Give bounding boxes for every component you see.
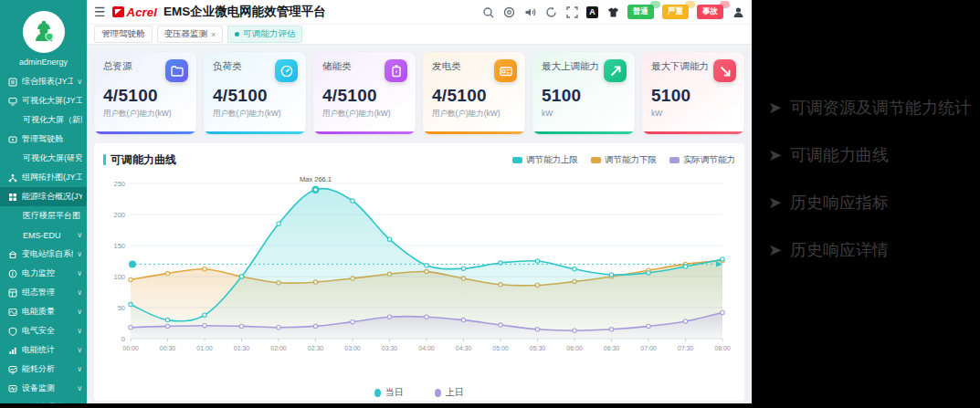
search-icon[interactable] <box>481 5 494 18</box>
tab-close-icon[interactable]: × <box>211 30 216 39</box>
svg-text:04:30: 04:30 <box>456 345 472 351</box>
stat-card-1: 负荷类4/5100用户数(户)能力(kW) <box>204 52 306 134</box>
legend-item-1[interactable]: 调节能力下限 <box>591 154 657 166</box>
tab-0[interactable]: 管理驾驶舱 <box>94 26 153 43</box>
stat-card-5: 最大下调能力5100kW <box>642 52 744 134</box>
sidebar-item-5[interactable]: 组网拓扑图(JY工厂) <box>0 168 87 187</box>
line-chart-svg: 05010015020025000:0000:3001:0001:3002:00… <box>103 169 732 381</box>
svg-text:02:30: 02:30 <box>308 345 324 351</box>
header-actions: A普通严重事故 <box>481 5 744 19</box>
fullscreen-icon[interactable] <box>565 5 578 18</box>
legend-label: 实际调节能力 <box>683 154 735 166</box>
quality-icon <box>8 308 18 317</box>
sidebar-item-12[interactable]: 电能质量∨ <box>0 302 87 321</box>
screen-icon <box>8 97 18 106</box>
annotation-item-3[interactable]: ➤历史响应详情 <box>768 230 971 272</box>
avatar[interactable] <box>23 11 65 53</box>
sidebar: adminEnergy 综合报表(JY工厂)∨可视化大屏(JY工厂)可视化大屏（… <box>0 0 87 408</box>
sidebar-item-label: 设备监测 <box>22 382 73 394</box>
stat-card-unit: kW <box>542 109 626 118</box>
annotation-item-2[interactable]: ➤历史响应指标 <box>768 183 971 225</box>
day-legend-item-1[interactable]: 上日 <box>435 386 464 399</box>
help-icon[interactable] <box>502 5 515 18</box>
day-legend-dot <box>374 389 381 397</box>
sidebar-username: adminEnergy <box>19 58 68 67</box>
device-icon <box>8 384 18 393</box>
main-column: ☰ Acrel EMS企业微电网能效管理平台 A普通严重事故 管理驾驶舱变压器监… <box>87 0 752 408</box>
svg-text:07:30: 07:30 <box>678 345 694 351</box>
sidebar-item-14[interactable]: 电能统计∨ <box>0 340 87 360</box>
sidebar-item-13[interactable]: 电气安全∨ <box>0 321 87 340</box>
stat-card-accent-bar <box>94 131 196 134</box>
svg-text:03:30: 03:30 <box>382 345 398 351</box>
bottom-black-strip <box>0 403 980 408</box>
sidebar-item-2[interactable]: 可视化大屏（新版） <box>0 110 87 130</box>
sidebar-item-9[interactable]: 变电站综自系统∨ <box>0 245 87 264</box>
svg-text:01:00: 01:00 <box>196 345 213 351</box>
chevron-down-icon: ∨ <box>77 327 82 335</box>
annotation-item-0[interactable]: ➤可调资源及调节能力统计 <box>768 88 971 130</box>
arrow-bullet-icon: ➤ <box>768 135 782 177</box>
stat-card-accent-bar <box>313 131 416 134</box>
tab-1[interactable]: 变压器监测× <box>157 26 224 43</box>
hamburger-menu-icon[interactable]: ☰ <box>94 5 106 18</box>
refresh-icon[interactable] <box>544 5 557 18</box>
sidebar-item-0[interactable]: 综合报表(JY工厂)∨ <box>0 72 87 91</box>
sidebar-item-label: 电能统计 <box>22 344 73 356</box>
sidebar-item-1[interactable]: 可视化大屏(JY工厂) <box>0 91 87 110</box>
sidebar-item-8[interactable]: EMS-EDU∨ <box>0 225 87 245</box>
app-root: adminEnergy 综合报表(JY工厂)∨可视化大屏(JY工厂)可视化大屏（… <box>0 0 980 408</box>
line-chart: 05010015020025000:0000:3001:0001:3002:00… <box>103 169 735 384</box>
svg-text:50: 50 <box>118 304 125 312</box>
svg-text:250: 250 <box>113 180 125 188</box>
svg-text:04:00: 04:00 <box>418 345 435 351</box>
user-avatar-icon[interactable] <box>732 5 744 18</box>
volume-icon[interactable] <box>523 5 536 18</box>
theme-icon[interactable] <box>606 5 619 18</box>
chevron-down-icon: ∨ <box>77 346 82 354</box>
legend-item-2[interactable]: 实际调节能力 <box>669 154 735 166</box>
legend-swatch <box>669 157 680 163</box>
sidebar-item-15[interactable]: 能耗分析∨ <box>0 360 87 379</box>
translate-icon[interactable]: A <box>586 6 598 18</box>
sidebar-item-7[interactable]: 医疗楼层平台图 <box>0 206 87 225</box>
stat-card-value: 4/5100 <box>213 86 297 106</box>
chevron-down-icon: ∨ <box>77 269 82 277</box>
stat-card-unit: 用户数(户)能力(kW) <box>213 109 297 120</box>
sidebar-item-10[interactable]: 电力监控∨ <box>0 264 87 283</box>
legend-item-0[interactable]: 调节能力上限 <box>512 154 578 166</box>
alarm-count-bubble <box>685 1 695 8</box>
chart-header: 可调能力曲线 调节能力上限调节能力下限实际调节能力 <box>103 151 735 169</box>
sidebar-item-16[interactable]: 设备监测∨ <box>0 379 87 398</box>
day-legend-label: 上日 <box>446 386 464 399</box>
svg-text:02:00: 02:00 <box>270 345 287 351</box>
sidebar-item-label: 电力监控 <box>22 267 73 279</box>
legend-swatch <box>512 157 522 163</box>
top-header: ☰ Acrel EMS企业微电网能效管理平台 A普通严重事故 <box>87 0 752 25</box>
alarm-badge-1[interactable]: 严重 <box>662 5 689 19</box>
alarm-badge-0[interactable]: 普通 <box>627 5 654 19</box>
sidebar-item-11[interactable]: 组态管理∨ <box>0 283 87 302</box>
svg-text:00:30: 00:30 <box>160 345 176 351</box>
worker-avatar-icon <box>30 18 58 46</box>
day-legend-item-0[interactable]: 当日 <box>374 386 404 399</box>
analysis-icon <box>8 365 18 374</box>
folder-icon <box>165 59 188 82</box>
sidebar-item-label: 组态管理 <box>22 287 73 298</box>
stat-card-accent-bar <box>204 131 306 134</box>
tab-2[interactable]: 可调能力评估 <box>227 26 302 43</box>
dashboard-icon <box>8 135 18 144</box>
gauge-icon <box>275 59 298 82</box>
sidebar-item-3[interactable]: 管理驾驶舱 <box>0 130 87 149</box>
sidebar-item-label: 医疗楼层平台图 <box>23 210 82 222</box>
annotation-label: 可调资源及调节能力统计 <box>790 99 971 117</box>
svg-text:05:30: 05:30 <box>530 345 546 351</box>
tab-label: 管理驾驶舱 <box>101 28 145 40</box>
chevron-down-icon: ∨ <box>77 384 82 392</box>
alarm-badge-2[interactable]: 事故 <box>697 5 723 19</box>
annotation-item-1[interactable]: ➤可调能力曲线 <box>768 135 971 177</box>
sidebar-item-4[interactable]: 可视化大屏(研究院) <box>0 149 87 168</box>
sidebar-item-6[interactable]: 能源综合概况(JY工厂) <box>0 187 87 206</box>
stat-card-unit: 用户数(户)能力(kW) <box>432 109 516 120</box>
svg-text:03:00: 03:00 <box>344 345 361 351</box>
